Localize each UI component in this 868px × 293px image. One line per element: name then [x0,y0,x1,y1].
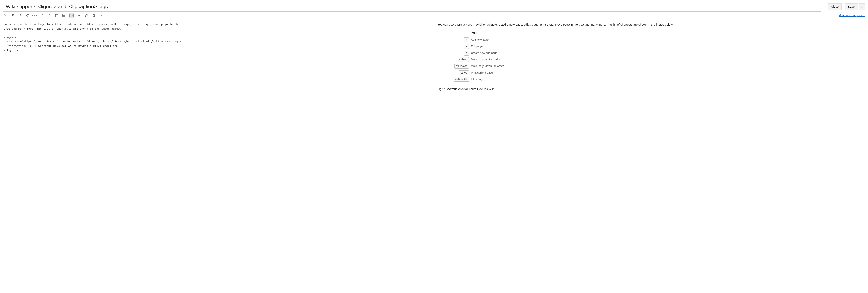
preview-paragraph: You can use shortcut keys in Wiki to nav… [437,23,865,27]
shortcut-key-col: ctrl+up [448,57,471,62]
shortcut-key-col: ctrl+down [448,64,471,69]
figure-caption: Fig 1: Shortcut keys for Azure DevOps Wi… [437,87,865,91]
shortcut-desc: Move page up the order [471,57,516,62]
preview-pane: You can use shortcut keys in Wiki to nav… [434,20,868,108]
code-button[interactable]: </> [32,13,37,17]
svg-point-6 [41,14,41,14]
numbered-list-button[interactable]: 1 2 3 [47,13,52,17]
paperclip-icon [85,13,88,17]
shortcut-desc: Create new sub-page [471,51,516,55]
shortcut-row: cCreate new sub-page [448,51,516,56]
abc-icon: Abc [69,14,74,17]
shortcut-row: ctrl+pPrint current page [448,70,516,75]
shortcut-desc: Edit page [471,44,516,48]
save-dropdown-button[interactable]: ⌄ [859,3,865,10]
link-icon [26,13,29,17]
heading-button[interactable]: # [77,13,82,17]
shortcut-row: ctrl+upMove page up the order [448,57,516,62]
more-button[interactable]: ··· [99,13,103,17]
shortcut-key-col: n [448,37,471,42]
paste-button[interactable] [91,13,96,17]
bulleted-list-button[interactable] [40,13,44,17]
view-options-button[interactable] [823,3,826,10]
shortcut-key-col: c [448,51,471,56]
header-bar: Close Save ⌄ [0,0,868,12]
link-button[interactable] [25,13,30,17]
shortcut-key: ctrl+up [458,57,469,62]
shortcut-panel-title: Wiki [471,31,516,35]
split-pane: You can use shortcut keys in Wiki to nav… [0,20,868,108]
shortcut-figure: Wiki nAdd new pageeEdit pagecCreate new … [448,31,516,82]
shortcut-desc: Move page down the order [471,64,516,68]
wiki-edit-app: Close Save ⌄ A B I </> [0,0,868,108]
shortcut-key: n [464,37,469,42]
table-icon [62,13,65,17]
list-number-icon: 1 2 3 [48,13,51,17]
table-button[interactable] [61,13,66,17]
shortcut-desc: Add new page [471,37,516,42]
page-title-input[interactable] [3,2,821,12]
svg-rect-21 [62,14,65,16]
shortcut-key-col: ctrl+p [448,70,471,75]
shortcut-row: eEdit page [448,44,516,49]
italic-button[interactable]: I [18,13,23,17]
shortcut-row: ctrl+shift+fFilter page [448,77,516,82]
list-bullet-icon [40,13,44,17]
font-color-icon: A [4,13,6,17]
chevron-down-icon: ⌄ [861,5,863,8]
bold-button[interactable]: B [11,13,16,17]
shortcut-key-col: ctrl+shift+f [448,77,471,82]
markdown-editor[interactable]: You can use shortcut keys in Wiki to nav… [0,20,434,108]
shortcut-key: ctrl+p [459,70,469,75]
list-check-icon [55,13,58,17]
chevron-down-icon [6,15,7,16]
format-toolbar: A B I </> 1 [3,13,103,17]
svg-point-8 [41,15,41,15]
shortcut-row: ctrl+downMove page down the order [448,64,516,69]
shortcut-list: nAdd new pageeEdit pagecCreate new sub-p… [448,37,516,82]
clipboard-icon [92,13,95,17]
mention-abc-button[interactable]: Abc [68,13,75,17]
svg-point-10 [41,16,41,16]
shortcut-key-col: e [448,44,471,49]
attach-button[interactable] [84,13,89,17]
toolbar-row: A B I </> 1 [0,12,868,20]
svg-text:3: 3 [48,15,49,17]
shortcut-desc: Print current page [471,70,516,75]
markdown-supported-link[interactable]: Markdown supported. [838,13,865,17]
save-button-group: Save ⌄ [844,3,865,10]
shortcut-row: nAdd new page [448,37,516,42]
shortcut-key: ctrl+shift+f [454,77,469,82]
save-button[interactable]: Save [845,3,858,10]
shortcut-key: c [464,51,469,56]
checklist-button[interactable] [54,13,59,17]
shortcut-desc: Filter page [471,77,516,81]
font-color-button[interactable]: A [3,13,8,17]
shortcut-key: ctrl+down [454,64,469,69]
shortcut-key: e [464,44,469,49]
close-button[interactable]: Close [828,3,842,10]
